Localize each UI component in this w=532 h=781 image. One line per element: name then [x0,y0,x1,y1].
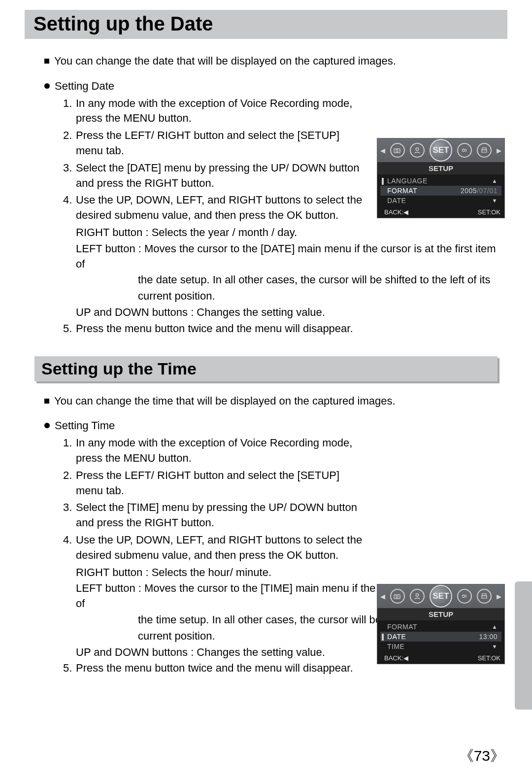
up-arrow-icon: ▲ [492,624,498,630]
ok-label: SET:OK [478,654,500,662]
print-tab-icon [477,143,492,158]
lcd-setup-label: SETUP [377,162,504,174]
sound-tab-icon [457,143,472,158]
step-num: 5. [63,661,76,676]
svg-point-8 [416,594,419,597]
svg-point-7 [396,596,398,598]
step-text: Press the menu button twice and the menu… [76,321,507,337]
explain-updown: UP and DOWN buttons : Changes the settin… [76,305,507,320]
print-tab-icon [477,589,492,604]
svg-point-3 [463,149,465,152]
set-tab-icon: SET [430,585,452,608]
svg-rect-5 [482,150,487,152]
menu-row-format: FORMAT 2005/07/01 [380,186,501,196]
section-heading-time: Setting up the Time [34,356,498,381]
lcd-menu: LANGUAGE ▲ FORMAT 2005/07/01 DATE ▼ [377,174,504,207]
back-label: BACK:◀ [384,208,408,216]
step-num: 4. [63,193,76,223]
right-arrow-icon: ▶ [497,147,501,154]
side-tab [515,581,532,710]
step-num: 4. [63,533,76,563]
explain-left: LEFT button : Moves the cursor to the [D… [76,241,507,272]
step-text: In any mode with the exception of Voice … [76,96,507,127]
menu-label: DATE [387,197,406,204]
step-num: 3. [63,500,76,531]
step-num: 2. [63,468,76,499]
page-number: 《73》 [459,746,505,766]
menu-value: 2005/07/01 [461,187,498,195]
left-arrow-icon: ◀ [380,147,385,154]
round-bullet-icon [44,83,50,89]
square-bullet-icon [44,59,49,64]
step-text: Press the LEFT/ RIGHT button and select … [76,468,507,499]
menu-label: LANGUAGE [387,177,428,185]
lcd-footer: BACK:◀ SET:OK [377,207,504,218]
step-text: In any mode with the exception of Voice … [76,436,507,466]
step-text: Select the [TIME] menu by pressing the U… [76,500,507,531]
lcd-footer: BACK:◀ SET:OK [377,653,504,664]
lcd-menu: FORMAT ▲ DATE 13:00 TIME ▼ [377,620,504,653]
lcd-tab-row: ◀ SET ▶ [377,138,504,162]
menu-row-time: TIME ▼ [380,642,501,651]
subtitle-time: Setting Time [55,418,115,434]
menu-label: DATE [387,633,406,641]
explain-left: the date setup. In all other cases, the … [138,272,507,288]
menu-row-date: DATE 13:00 [380,632,501,642]
down-arrow-icon: ▼ [492,198,498,204]
menu-row-language: LANGUAGE ▲ [380,176,501,186]
step-text: Use the UP, DOWN, LEFT, and RIGHT button… [76,533,507,563]
svg-point-1 [396,150,398,152]
menu-label: FORMAT [387,623,417,631]
left-arrow-icon: ◀ [380,593,385,600]
down-arrow-icon: ▼ [492,644,498,649]
page-title: Setting up the Date [25,10,507,39]
step-num: 1. [63,436,76,466]
explain-right: RIGHT button : Selects the year / month … [76,225,507,240]
up-arrow-icon: ▲ [492,178,498,184]
square-bullet-icon [44,399,49,404]
intro-time-text: You can change the time that will be dis… [54,394,396,409]
svg-point-2 [416,148,419,151]
step-num: 5. [63,321,76,337]
back-label: BACK:◀ [384,654,408,662]
person-tab-icon [410,143,425,158]
camera-tab-icon [390,589,405,604]
menu-row-date: DATE ▼ [380,196,501,205]
svg-rect-11 [482,596,487,598]
right-arrow-icon: ▶ [497,593,501,600]
selection-marker-icon [382,634,384,641]
menu-label: FORMAT [387,187,417,195]
menu-label: TIME [387,643,404,650]
subtitle-date: Setting Date [55,79,114,94]
person-tab-icon [410,589,425,604]
camera-tab-icon [390,143,405,158]
explain-left: current position. [138,289,507,304]
menu-value: 13:00 [479,633,498,641]
menu-row-format: FORMAT ▲ [380,622,501,632]
lcd-tab-row: ◀ SET ▶ [377,584,504,608]
step-num: 3. [63,161,76,191]
intro-date-text: You can change the date that will be dis… [54,54,396,69]
selection-marker-icon [382,178,384,185]
explain-right: RIGHT button : Selects the hour/ minute. [76,565,507,580]
step-num: 1. [63,96,76,127]
lcd-screenshot-date: ◀ SET ▶ SETUP LANGUAGE ▲ FORMAT 2005/07/… [377,138,505,218]
lcd-screenshot-time: ◀ SET ▶ SETUP FORMAT ▲ DATE 13:00 TIME ▼ [377,584,505,664]
step-num: 2. [63,128,76,159]
lcd-setup-label: SETUP [377,608,504,620]
sound-tab-icon [457,589,472,604]
round-bullet-icon [44,423,50,428]
ok-label: SET:OK [478,208,500,216]
set-tab-icon: SET [430,139,452,162]
svg-point-9 [463,595,465,598]
